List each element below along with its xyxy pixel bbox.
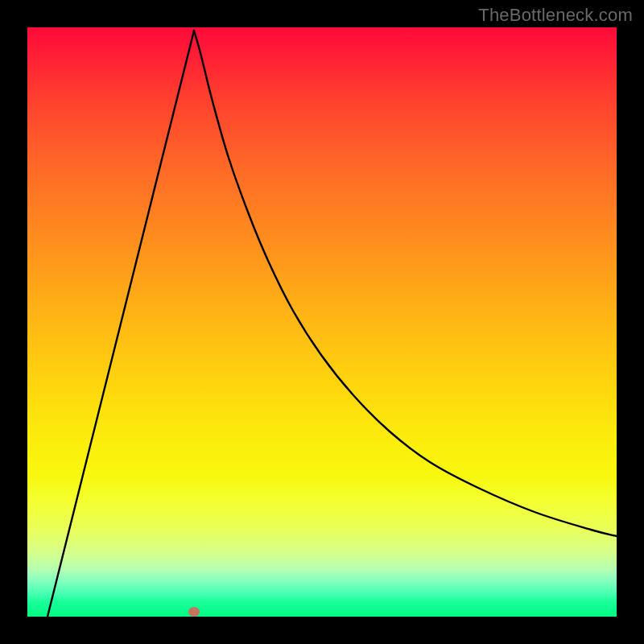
curve-right-branch [194, 31, 617, 536]
optimum-marker [188, 607, 200, 617]
chart-frame: TheBottleneck.com [0, 0, 644, 644]
curve-left-branch [47, 31, 194, 617]
plot-area [27, 27, 617, 617]
watermark-text: TheBottleneck.com [478, 5, 633, 26]
bottleneck-curve [27, 27, 617, 617]
